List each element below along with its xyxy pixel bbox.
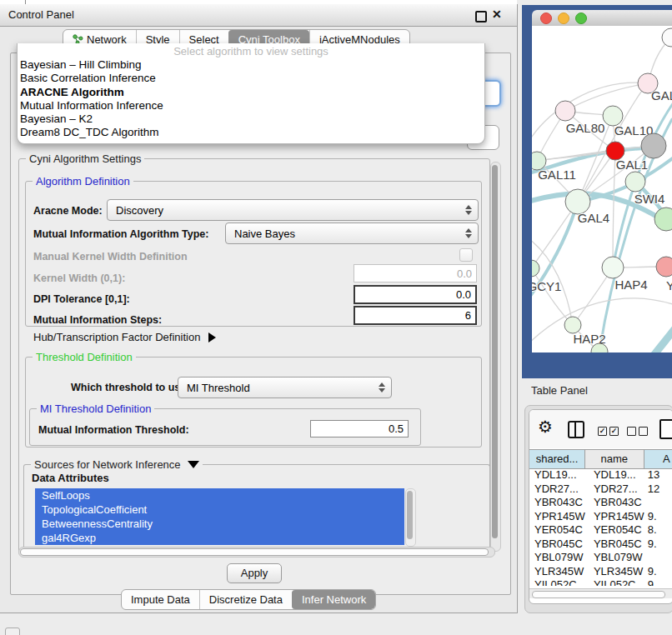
node-label-gal2: GAL2 [651, 88, 672, 102]
network-node-swi4[interactable] [625, 172, 645, 192]
dpi-tolerance-input[interactable] [354, 285, 477, 304]
hub-definition-label: Hub/Transcription Factor Definition [33, 331, 200, 343]
tab-discretize-data[interactable]: Discretize Data [199, 590, 292, 609]
scrollbar-thumb[interactable] [532, 591, 665, 598]
hub-definition-expander[interactable]: Hub/Transcription Factor Definition [33, 331, 216, 343]
mi-steps-label: Mutual Information Steps: [33, 314, 162, 326]
manual-kernel-label: Manual Kernel Width Definition [33, 251, 188, 262]
settings-vertical-scrollbar[interactable] [490, 162, 501, 552]
attributes-list-scrollbar[interactable] [405, 488, 416, 547]
algorithm-option-bayesian-hill-climbing[interactable]: Bayesian – Hill Climbing [20, 58, 479, 72]
which-threshold-select[interactable]: MI Threshold [178, 377, 392, 398]
network-window-titlebar[interactable] [532, 10, 672, 27]
node-label-gal11: GAL11 [538, 168, 576, 182]
network-node[interactable] [654, 208, 672, 231]
close-traffic-light[interactable] [540, 12, 552, 24]
table-row[interactable]: YBL079WYBL079W [529, 551, 672, 565]
table-cell: YBR043C [585, 496, 644, 510]
table-cell: 9. [644, 538, 672, 552]
table-cell: 13 [644, 468, 672, 482]
network-edge[interactable] [652, 319, 672, 352]
table-row[interactable]: YPR145WYPR145W9. [529, 510, 672, 524]
algorithm-option-basic-correlation-inference[interactable]: Basic Correlation Inference [20, 72, 479, 85]
network-edge[interactable] [613, 151, 615, 268]
table-row[interactable]: YDL19...YDL19...13 [529, 468, 672, 482]
network-node-gcy1[interactable] [532, 260, 539, 277]
attribute-item-betweennesscentrality[interactable]: BetweennessCentrality [35, 517, 404, 531]
attribute-item-selfloops[interactable]: SelfLoops [35, 488, 404, 502]
network-canvas[interactable]: GAL2GAL80GAL10GAL1GAL11SWI4GAL4GCY1HAP4Y… [532, 26, 672, 352]
scrollbar-thumb[interactable] [20, 548, 489, 556]
gear-icon[interactable]: ⚙ [538, 417, 553, 437]
dpi-tolerance-label: DPI Tolerance [0,1]: [33, 293, 130, 305]
mi-threshold-input[interactable] [310, 420, 409, 438]
control-panel: Control Panel ✕ NetworkStyleSelectCyni T… [0, 4, 518, 613]
checked-checkbox-icon[interactable]: ✓ [598, 427, 607, 436]
minimize-traffic-light[interactable] [558, 12, 569, 24]
apply-button[interactable]: Apply [227, 563, 282, 583]
attribute-item-topologicalcoefficient[interactable]: TopologicalCoefficient [35, 502, 404, 517]
stepper-arrows-icon [462, 205, 478, 215]
aracne-mode-select[interactable]: Discovery [107, 199, 479, 221]
scrollbar-thumb[interactable] [492, 165, 498, 538]
which-threshold-label: Which threshold to use: [71, 382, 189, 393]
manual-kernel-checkbox[interactable] [459, 248, 473, 262]
algorithm-option-bayesian-k2[interactable]: Bayesian – K2 [20, 112, 479, 126]
network-node-y[interactable] [656, 257, 672, 277]
table-row[interactable]: YLR345WYLR345W9. [529, 565, 672, 579]
data-attributes-label: Data Attributes [32, 472, 109, 484]
table-cell: YDR27... [529, 482, 585, 497]
collapse-down-icon[interactable] [188, 461, 199, 468]
table-row[interactable]: YBR043CYBR043C [529, 496, 672, 510]
data-attributes-list[interactable]: SelfLoopsTopologicalCoefficientBetweenne… [35, 488, 404, 545]
network-node-gal80[interactable] [555, 101, 575, 121]
table-horizontal-scrollbar[interactable] [529, 588, 672, 598]
close-icon[interactable]: ✕ [492, 8, 502, 21]
network-node-hap2[interactable] [564, 317, 581, 333]
tab-impute-data[interactable]: Impute Data [122, 590, 199, 609]
kernel-width-input[interactable] [354, 264, 477, 282]
float-window-icon[interactable] [475, 11, 487, 22]
table-cell: YBR043C [529, 496, 585, 510]
network-node[interactable] [641, 133, 666, 158]
algorithm-option-dream8-dc-tdc-algorithm[interactable]: Dream8 DC_TDC Algorithm [20, 126, 479, 139]
table-row[interactable]: YDR27...YDR27...12 [529, 482, 672, 497]
unchecked-checkbox-icon[interactable] [627, 427, 636, 436]
table-cell: YPR145W [585, 510, 644, 524]
unchecked-checkbox-icon[interactable] [639, 427, 648, 436]
network-node[interactable] [662, 28, 672, 47]
scrollbar-thumb[interactable] [407, 491, 413, 539]
table-cell: YDL19... [585, 468, 644, 482]
table-row[interactable]: YBR045CYBR045C9. [529, 538, 672, 552]
table-cell: YER054C [585, 523, 644, 538]
zoom-traffic-light[interactable] [575, 12, 587, 24]
document-icon[interactable] [659, 419, 672, 439]
dropdown-placeholder: Select algorithm to view settings [18, 45, 484, 58]
mi-algorithm-type-select[interactable]: Naive Bayes [225, 222, 479, 244]
table-cell: YIL052C [585, 578, 644, 586]
table-cell [644, 551, 672, 565]
table-cell: YDR27... [585, 482, 644, 497]
algorithm-option-mutual-information-inference[interactable]: Mutual Information Inference [20, 99, 479, 112]
tab-infer-network[interactable]: Infer Network [292, 590, 375, 609]
network-node-hap4[interactable] [602, 257, 624, 278]
mi-steps-input[interactable] [354, 306, 477, 325]
table-cell: YLR345W [529, 565, 585, 579]
table-cell: 9. [644, 510, 672, 524]
table-row[interactable]: YIL052CYIL052C9 [529, 578, 672, 586]
column-header-shared[interactable]: shared... [529, 450, 585, 468]
split-columns-icon[interactable] [568, 421, 584, 438]
stepper-arrows-icon [462, 228, 478, 238]
settings-horizontal-scrollbar[interactable] [18, 547, 495, 558]
attribute-item-gal4rgexp[interactable]: gal4RGexp [35, 531, 404, 545]
mi-type-value: Naive Bayes [226, 228, 462, 240]
table-header-row: shared...nameA [529, 449, 672, 469]
checked-checkbox-icon[interactable]: ✓ [609, 427, 619, 436]
table-row[interactable]: YER054CYER054C8. [529, 523, 672, 538]
algorithm-option-aracne-algorithm[interactable]: ARACNE Algorithm [20, 86, 479, 99]
table-cell: YDL19... [529, 468, 585, 482]
minimized-panel-icon[interactable] [5, 628, 20, 635]
column-header-name[interactable]: name [585, 450, 644, 468]
column-header-a[interactable]: A [644, 450, 672, 468]
tab-label: Infer Network [302, 593, 366, 606]
